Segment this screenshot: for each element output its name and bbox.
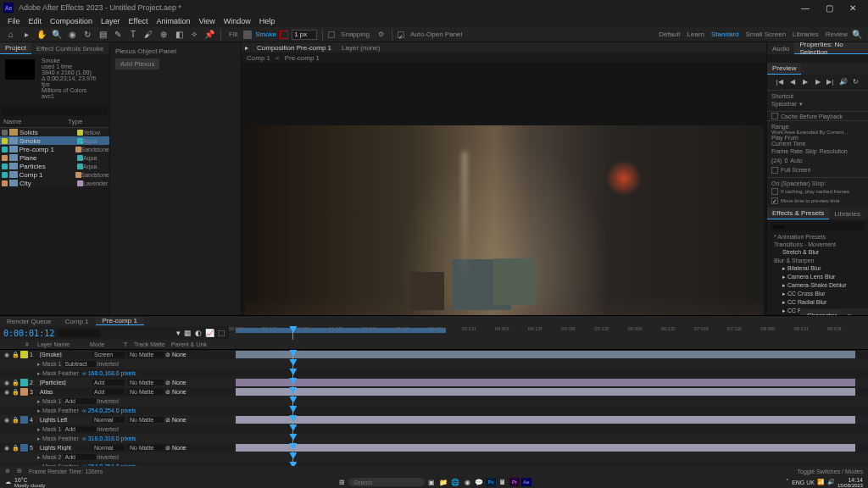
menu-help[interactable]: Help [255,17,280,25]
workspace-tab-learn[interactable]: Learn [687,30,704,38]
selection-tool-icon[interactable]: ▸ [20,29,32,41]
layer-property-row[interactable]: ▸ Mask Feather∞ 168.0,168.0 pixels [0,369,868,378]
zoom-tool-icon[interactable]: 🔍 [51,29,63,41]
layer-row[interactable]: ◉🔒3AtlasAddNo Matte⊘ None [0,387,868,396]
menu-edit[interactable]: Edit [25,17,47,25]
menu-animation[interactable]: Animation [152,17,194,25]
fx-item[interactable]: ▸ CC Cross Blur [767,290,868,298]
first-frame-button[interactable]: |◀ [775,78,785,86]
layer-row[interactable]: ◉🔒2[Particles]AddNo Matte⊘ None [0,378,868,387]
snap-opts-icon[interactable]: ⚙ [376,30,387,38]
layer-bar[interactable] [236,388,855,396]
timeline-ruler[interactable]: 00:00f00:12f01:00f01:12f02:00f02:12f03:0… [229,326,868,340]
tab-effects[interactable]: Effects & Presets [767,208,829,219]
wifi-icon[interactable]: 📶 [817,479,825,485]
tab-renderqueue[interactable]: Render Queue [0,318,58,325]
camera-tool-icon[interactable]: ▤ [97,29,108,41]
caching-checkbox[interactable] [771,188,778,195]
cache-checkbox[interactable] [771,113,778,119]
project-item[interactable]: Pre-comp 1Sandstone [0,145,109,153]
start-button[interactable]: ⊞ [337,478,347,486]
autoopen-checkbox[interactable] [398,31,404,38]
layer-bar[interactable] [236,351,855,358]
fx-group[interactable]: Blur & Sharpen [767,257,868,264]
toggle-switches-button[interactable]: Toggle Switches / Modes [798,469,863,474]
puppet-tool-icon[interactable]: 📌 [203,29,215,41]
fx-item[interactable]: Stretch & Blur [767,248,868,257]
visibility-icon[interactable]: ◉ [3,417,10,424]
discord-icon[interactable]: 💬 [474,478,484,486]
clone-tool-icon[interactable]: ⊕ [158,29,170,41]
add-plexus-button[interactable]: Add Plexus [115,58,159,69]
fx-group[interactable]: Transitions - Movement [767,241,868,248]
fill-swatch[interactable] [243,30,252,39]
clock[interactable]: 14:1415/08/2023 [837,477,863,488]
playfrom-dropdown[interactable]: Current Time [771,141,864,147]
lang-indicator[interactable]: ENG UK [792,480,815,485]
weather-widget[interactable]: ☁ 16°CMostly cloudy [0,477,50,488]
ae-icon[interactable]: Ae [521,478,531,486]
premiere-icon[interactable]: Pr [509,478,520,486]
search-icon[interactable]: 🔍 [851,29,863,41]
last-frame-button[interactable]: ▶| [826,78,836,86]
text-tool-icon[interactable]: T [127,29,139,41]
layer-property-row[interactable]: ▸ Mask 1AddInverted [0,424,868,434]
layer-property-row[interactable]: ▸ Mask Feather∞ 318.0,318.0 pixels [0,434,868,443]
layer-bar[interactable] [236,379,855,386]
layer-property-row[interactable]: ▸ Mask 1AddInverted [0,396,868,406]
motionblur-icon[interactable]: ◐ [195,329,202,337]
tab-comp1[interactable]: Comp 1 [58,318,95,325]
tab-libraries[interactable]: Libraries [829,208,865,219]
menu-file[interactable]: File [3,17,25,25]
fx-group[interactable]: * Animation Presets [767,233,868,241]
layer-bar[interactable] [236,444,855,452]
workspace-tab-standard[interactable]: Standard [711,30,738,38]
shortcut-dropdown[interactable]: Spacebar [771,101,797,107]
project-search-input[interactable] [2,106,108,116]
layer-row[interactable]: ◉🔒5Lights RightNormalNo Matte⊘ None [0,443,868,452]
layer-property-row[interactable]: ▸ Mask Feather∞ 254.0,254.0 pixels [0,406,868,415]
menu-view[interactable]: View [194,17,219,25]
fullscreen-checkbox[interactable] [771,167,778,174]
timeline-search-input[interactable] [58,329,100,337]
layer-row[interactable]: ◉🔒4Lights LeftNormalNo Matte⊘ None [0,415,868,424]
toggle-switches-icon[interactable]: ⊕ [5,468,10,474]
playhead[interactable] [292,326,293,340]
loop-button[interactable]: ↻ [851,78,861,86]
close-button[interactable]: ✕ [841,1,865,14]
workspace-tab-small-screen[interactable]: Small Screen [746,30,787,38]
effects-search-input[interactable] [771,221,865,231]
orbit-tool-icon[interactable]: ◉ [66,29,78,41]
stroke-width-input[interactable] [292,30,317,40]
graph-icon[interactable]: 📈 [205,329,214,337]
brush-tool-icon[interactable]: 🖌 [142,29,154,41]
layer-bar[interactable] [236,416,855,424]
timecode-display[interactable]: 0:00:01:12 [3,329,54,338]
workspace-tab-libraries[interactable]: Libraries [793,30,819,38]
tab-project[interactable]: Project [0,42,31,54]
visibility-icon[interactable]: ◉ [3,389,10,396]
breadcrumb-item[interactable]: Pre-comp 1 [285,54,320,62]
roto-tool-icon[interactable]: ✧ [188,29,200,41]
breadcrumb-item[interactable]: Comp 1 [247,54,270,62]
menu-effect[interactable]: Effect [125,17,153,25]
expand-icon[interactable]: ⊞ [17,468,22,474]
tray-chevron-icon[interactable]: ˄ [786,479,789,485]
shy-icon[interactable]: ▾ [176,329,181,337]
minimize-button[interactable]: — [793,1,817,14]
fx-item[interactable]: ▸ CC Radial Blur [767,298,868,307]
pen-tool-icon[interactable]: ✎ [112,29,124,41]
maximize-button[interactable]: ▢ [817,1,841,14]
project-item[interactable]: PlaneAqua [0,153,109,162]
visibility-icon[interactable]: ◉ [3,352,10,358]
calc-icon[interactable]: 🖩 [498,478,508,486]
stroke-label[interactable]: Smoke [255,30,276,38]
project-item[interactable]: SmokeAqua [0,136,109,145]
project-item[interactable]: Comp 1Sandstone [0,170,109,179]
photoshop-icon[interactable]: Ps [486,478,496,486]
project-item[interactable]: SolidsYellow [0,128,109,136]
skip-dropdown[interactable]: 0 [784,158,787,164]
menu-window[interactable]: Window [220,17,255,25]
draft3d-icon[interactable]: ⬚ [218,329,225,337]
fx-item[interactable]: ▸ Camera-Shake Deblur [767,281,868,290]
